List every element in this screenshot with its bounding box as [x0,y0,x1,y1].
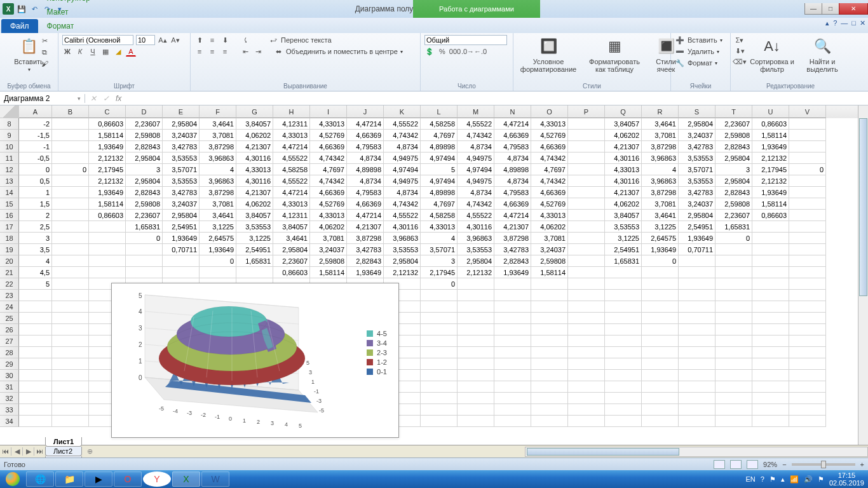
cell[interactable]: 4,94975 [384,175,421,187]
cell[interactable] [715,381,752,393]
cell[interactable]: 1,58114 [752,198,789,210]
cell[interactable]: 3,24037 [531,244,568,255]
cell[interactable] [52,130,89,141]
align-middle-icon[interactable]: ≡ [207,35,217,45]
cell[interactable] [789,370,826,381]
cell[interactable] [642,301,679,313]
cell[interactable] [52,221,89,233]
cell[interactable] [52,198,89,210]
cell[interactable] [568,313,605,324]
cell[interactable]: 2,12132 [458,267,494,278]
cell[interactable] [19,381,52,393]
cell[interactable] [789,175,826,187]
cell[interactable]: 3,53553 [679,152,715,164]
cell[interactable]: 0 [789,164,826,175]
cell[interactable] [568,278,605,290]
cell[interactable]: 2,59808 [715,130,752,141]
row-header[interactable]: 31 [0,381,19,393]
cell[interactable] [52,404,89,416]
cell[interactable] [642,278,679,290]
cell[interactable]: 3,53553 [458,244,494,255]
select-all-button[interactable] [0,105,19,118]
cell[interactable]: 4,8734 [347,175,384,187]
cell[interactable]: 2,95804 [715,152,752,164]
cell[interactable]: 4,33013 [531,210,568,221]
cell[interactable] [642,370,679,381]
cell[interactable] [568,198,605,210]
cell[interactable]: 4,97494 [458,164,494,175]
cell[interactable]: 4,97494 [421,152,458,164]
cell[interactable] [458,358,494,370]
align-left-icon[interactable]: ≡ [194,46,205,57]
cell[interactable] [19,416,52,427]
cell[interactable]: 3,57071 [679,164,715,175]
cell[interactable]: -1,5 [19,130,52,141]
cell[interactable] [421,347,458,358]
cut-icon[interactable]: ✂ [39,36,50,46]
cell[interactable]: 4,47214 [347,118,384,130]
undo-icon[interactable]: ↶ [29,4,39,14]
cell[interactable]: 4,74342 [458,130,494,141]
col-header-P[interactable]: P [568,105,605,118]
cell[interactable]: 3,7081 [531,233,568,244]
cell[interactable] [531,370,568,381]
prev-sheet-icon[interactable]: ◀ [11,447,23,456]
cell[interactable]: 1,93649 [642,244,679,255]
cell[interactable]: 2,82843 [715,141,752,152]
cell[interactable]: 4,33013 [310,118,347,130]
cell[interactable]: 3,57071 [163,164,200,175]
cell[interactable]: 4,33013 [310,210,347,221]
cell[interactable] [752,404,789,416]
cell[interactable]: 0,86603 [273,267,310,278]
cancel-icon[interactable]: ✕ [90,94,97,103]
cell[interactable] [679,370,715,381]
cell[interactable] [126,255,163,267]
cell[interactable]: 1 [19,187,52,198]
cell[interactable] [52,267,89,278]
cell[interactable] [752,313,789,324]
vertical-scrollbar[interactable] [858,105,868,445]
row-header[interactable]: 29 [0,358,19,370]
cell[interactable] [752,336,789,347]
align-center-icon[interactable]: ≡ [207,46,217,57]
cell[interactable] [52,278,89,290]
file-tab[interactable]: Файл [1,19,38,33]
cell[interactable] [568,175,605,187]
cell[interactable] [531,404,568,416]
cell[interactable]: 4,30116 [605,152,642,164]
cell[interactable] [52,233,89,244]
cell[interactable] [715,278,752,290]
cell[interactable]: 2,82843 [126,141,163,152]
cell[interactable]: 4,74342 [384,130,421,141]
cell[interactable]: 2,95804 [126,152,163,164]
doc-close-icon[interactable]: ✕ [860,19,865,27]
cell[interactable]: 3,96863 [200,175,236,187]
cell[interactable]: 4,30116 [236,152,273,164]
col-header-K[interactable]: K [384,105,421,118]
cell[interactable]: 0 [126,233,163,244]
cell[interactable] [679,255,715,267]
cell[interactable] [458,393,494,404]
cell[interactable] [752,370,789,381]
cell[interactable]: 4,8734 [347,152,384,164]
cell[interactable] [531,313,568,324]
cell[interactable]: 4,58258 [421,210,458,221]
align-right-icon[interactable]: ≡ [220,46,230,57]
cell[interactable] [52,370,89,381]
doc-restore-icon[interactable]: □ [851,19,856,27]
cell[interactable] [715,370,752,381]
cell[interactable]: 5 [19,278,52,290]
cell[interactable] [568,404,605,416]
row-header[interactable]: 9 [0,130,19,141]
cell[interactable]: 4,55522 [273,175,310,187]
decrease-decimal-icon[interactable]: ←.0 [475,46,485,57]
help-tray-icon[interactable]: ? [761,475,764,483]
cell[interactable] [679,393,715,404]
cell[interactable]: 0,86603 [752,210,789,221]
taskbar-yandex-icon[interactable]: Y [143,471,171,487]
cell[interactable] [605,301,642,313]
cell[interactable]: 2,82843 [715,187,752,198]
cell[interactable] [531,381,568,393]
cell[interactable]: 1,58114 [752,130,789,141]
cell[interactable]: 4,47214 [273,141,310,152]
